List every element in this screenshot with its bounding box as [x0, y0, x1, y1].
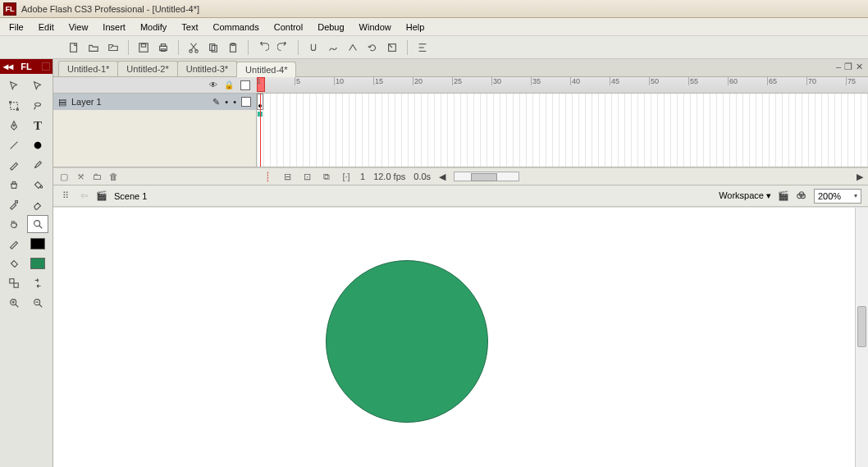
- rotate-icon[interactable]: [364, 39, 381, 56]
- eye-icon[interactable]: 👁: [209, 80, 217, 89]
- undo-icon[interactable]: [255, 39, 272, 56]
- zoom-out-option[interactable]: [27, 294, 48, 312]
- new-layer-icon[interactable]: ▢: [58, 171, 70, 182]
- menu-debug[interactable]: Debug: [310, 20, 351, 34]
- onion-skin-icon[interactable]: ⊟: [281, 171, 293, 182]
- menu-edit[interactable]: Edit: [31, 20, 62, 34]
- fill-color-swatch[interactable]: [27, 254, 48, 272]
- align-icon[interactable]: [414, 39, 431, 56]
- eraser-tool[interactable]: [27, 195, 48, 213]
- layer-visible-dot[interactable]: •: [225, 97, 228, 107]
- black-white-icon[interactable]: [3, 274, 25, 292]
- line-tool[interactable]: [3, 136, 25, 154]
- selection-tool[interactable]: [3, 77, 25, 95]
- fill-color-tool[interactable]: [3, 254, 25, 272]
- close-doc-icon[interactable]: ✕: [856, 62, 863, 72]
- frame-ruler[interactable]: 1 5 10 15 20 25 30 35 40 45 50 55 60 65 …: [257, 77, 868, 93]
- free-transform-tool[interactable]: [3, 97, 25, 115]
- zoom-select[interactable]: 200%: [814, 189, 861, 204]
- outline-toggle-icon[interactable]: [240, 80, 250, 90]
- menu-text[interactable]: Text: [174, 20, 205, 34]
- menu-window[interactable]: Window: [352, 20, 399, 34]
- edit-bar-grip-icon[interactable]: ⠿: [60, 190, 71, 202]
- doc-tab[interactable]: Untitled-2*: [117, 61, 177, 76]
- lasso-tool[interactable]: [27, 97, 48, 115]
- lock-icon[interactable]: 🔒: [224, 80, 234, 89]
- pencil-tool[interactable]: [3, 156, 25, 174]
- smooth-icon[interactable]: [325, 39, 341, 56]
- eyedropper-tool[interactable]: [3, 195, 25, 213]
- snap-icon[interactable]: [305, 39, 322, 56]
- new-motion-guide-icon[interactable]: ⤧: [75, 171, 86, 182]
- back-icon[interactable]: ⇦: [78, 190, 89, 202]
- menu-modify[interactable]: Modify: [133, 20, 174, 34]
- menu-view[interactable]: View: [62, 20, 96, 34]
- onion-outline-icon[interactable]: ⊡: [301, 171, 313, 182]
- redo-icon[interactable]: [275, 39, 291, 56]
- restore-doc-icon[interactable]: ❐: [844, 62, 852, 72]
- tools-panel-header[interactable]: ◀◀ FL: [0, 59, 53, 74]
- edit-scene-icon[interactable]: 🎬: [778, 190, 789, 202]
- svg-rect-27: [10, 279, 14, 283]
- rectangle-tool[interactable]: [27, 136, 48, 154]
- open-file-icon[interactable]: [85, 39, 102, 56]
- layer-row[interactable]: ▤ Layer 1 ✎ • •: [53, 94, 256, 110]
- zoom-in-option[interactable]: [3, 294, 25, 312]
- modify-markers-icon[interactable]: [·]: [340, 171, 352, 182]
- paint-bucket-tool[interactable]: [27, 176, 48, 194]
- pen-tool[interactable]: [3, 117, 25, 135]
- workspace-menu[interactable]: Workspace ▾: [719, 190, 771, 201]
- scroll-left-icon[interactable]: ◀: [439, 172, 445, 182]
- stroke-color-swatch[interactable]: [27, 235, 48, 253]
- scene-bar: ⠿ ⇦ 🎬 Scene 1 Workspace ▾ 🎬 200%: [53, 185, 868, 207]
- doc-tab[interactable]: Untitled-3*: [177, 61, 237, 76]
- stroke-color-tool[interactable]: [3, 235, 25, 253]
- scene-label[interactable]: Scene 1: [114, 191, 147, 201]
- doc-tab-active[interactable]: Untitled-4*: [236, 62, 296, 77]
- collapse-icon[interactable]: ◀◀: [3, 63, 13, 71]
- ruler-mark: 30: [491, 77, 531, 85]
- menu-insert[interactable]: Insert: [95, 20, 133, 34]
- stage[interactable]: [53, 207, 868, 467]
- cut-icon[interactable]: [185, 39, 202, 56]
- doc-tab[interactable]: Untitled-1*: [58, 61, 118, 76]
- svg-point-23: [40, 185, 43, 188]
- new-folder-icon[interactable]: 🗀: [91, 171, 103, 182]
- delete-layer-icon[interactable]: 🗑: [107, 171, 119, 182]
- edit-symbol-icon[interactable]: [796, 190, 807, 202]
- stage-shape-circle[interactable]: [326, 260, 488, 423]
- edit-multiple-icon[interactable]: ⧉: [321, 171, 332, 182]
- layer-name[interactable]: Layer 1: [71, 97, 208, 107]
- frames-area[interactable]: [257, 94, 868, 167]
- scale-icon[interactable]: [384, 39, 400, 56]
- print-icon[interactable]: [155, 39, 171, 56]
- scroll-right-icon[interactable]: ▶: [857, 172, 863, 182]
- timeline-scrollbar[interactable]: [454, 172, 519, 181]
- ink-bottle-tool[interactable]: [3, 176, 25, 194]
- layer-outline-box[interactable]: [241, 97, 251, 107]
- ruler-mark: 35: [531, 77, 570, 85]
- layer-lock-dot[interactable]: •: [233, 97, 236, 107]
- straighten-icon[interactable]: [345, 39, 361, 56]
- minimize-doc-icon[interactable]: –: [836, 62, 841, 72]
- text-tool[interactable]: T: [27, 117, 48, 135]
- new-file-icon[interactable]: [66, 39, 82, 56]
- playhead-line[interactable]: [260, 94, 261, 167]
- copy-icon[interactable]: [205, 39, 222, 56]
- center-frame-icon[interactable]: ┊: [262, 171, 273, 182]
- zoom-tool[interactable]: [27, 215, 48, 233]
- ruler-mark: 25: [452, 77, 491, 85]
- menu-commands[interactable]: Commands: [205, 20, 266, 34]
- menu-help[interactable]: Help: [399, 20, 432, 34]
- browse-icon[interactable]: [105, 39, 121, 56]
- paste-icon[interactable]: [225, 39, 241, 56]
- swap-colors-icon[interactable]: [27, 274, 48, 292]
- menu-control[interactable]: Control: [267, 20, 310, 34]
- subselection-tool[interactable]: [27, 77, 48, 95]
- menu-file[interactable]: File: [2, 20, 31, 34]
- scrollbar-thumb[interactable]: [857, 306, 866, 347]
- vertical-scrollbar[interactable]: [855, 208, 868, 467]
- brush-tool[interactable]: [27, 156, 48, 174]
- save-icon[interactable]: [135, 39, 152, 56]
- hand-tool[interactable]: [3, 215, 25, 233]
